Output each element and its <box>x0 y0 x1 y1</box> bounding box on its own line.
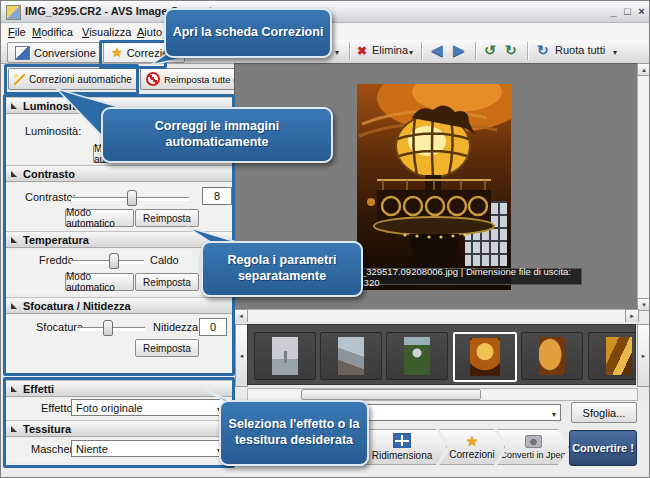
collapse-icon <box>11 426 17 432</box>
section-sfocatura-body: Sfocatura Nitidezza 0 Reimposta <box>3 315 232 373</box>
toolbar-separator <box>475 42 477 60</box>
section-contrasto-header[interactable]: Contrasto <box>3 165 232 182</box>
temperatura-auto-button[interactable]: Modo automatico <box>65 273 134 291</box>
app-window: IMG_3295.CR2 - AVS Image Converter _ □ ×… <box>0 0 650 478</box>
section-luminosita-title: Luminosità <box>23 100 82 112</box>
thumbnail-3[interactable] <box>386 332 448 380</box>
maschera-value: Niente <box>76 443 108 455</box>
collapse-icon <box>11 237 17 243</box>
thumbnail-4-selected[interactable] <box>453 332 517 382</box>
collapse-icon <box>11 386 17 392</box>
step-converti-label: Converti in Jpeg <box>500 450 565 460</box>
collapse-icon <box>11 171 17 177</box>
ruota-tutti-button[interactable]: Ruota tutti <box>555 44 605 56</box>
camera-icon <box>525 435 542 448</box>
section-tessitura-header[interactable]: Tessitura <box>3 420 232 437</box>
scroll-left-icon[interactable]: ◂ <box>234 309 248 323</box>
elimina-button[interactable]: Elimina <box>372 44 408 56</box>
section-effetti-body: Effetto: Foto originale ▾ <box>3 398 232 420</box>
thumbnail-strip <box>247 324 636 385</box>
rotate-right-icon[interactable]: ↻ <box>505 43 517 57</box>
toolbar-separator <box>527 42 529 60</box>
temperatura-slider[interactable] <box>71 260 144 264</box>
contrasto-value-field[interactable]: 8 <box>202 187 232 205</box>
effetto-select[interactable]: Foto originale ▾ <box>71 399 226 416</box>
delete-icon[interactable]: ✖ <box>357 44 367 58</box>
collapse-icon <box>11 303 17 309</box>
thumbnail-3-photo <box>404 337 430 375</box>
menu-visualizza[interactable]: Visualizza <box>79 25 134 39</box>
thumbnail-2-photo <box>338 337 364 375</box>
temperatura-slider-handle[interactable] <box>109 253 119 269</box>
thumbnail-5-photo <box>539 337 565 375</box>
rotate-left-icon[interactable]: ↺ <box>484 43 496 57</box>
next-image-button[interactable]: ▶ <box>453 43 465 57</box>
menu-modifica[interactable]: Modifica <box>29 25 76 39</box>
thumbnail-5[interactable] <box>521 332 583 380</box>
app-icon <box>6 5 21 20</box>
effetto-value: Foto originale <box>76 402 143 414</box>
section-temperatura-body: Freddo Caldo Modo automatico Reimposta <box>3 249 232 295</box>
section-effetti-header[interactable]: Effetti <box>3 380 232 397</box>
preview-hscrollbar[interactable] <box>234 309 639 323</box>
sfoglia-button[interactable]: Sfoglia... <box>571 402 637 423</box>
callout-auto-correct: Correggi le immagini automaticamente <box>101 107 333 163</box>
step-converti-jpeg[interactable]: Converti in Jpeg <box>497 429 569 465</box>
rotate-all-icon[interactable]: ↻ <box>537 43 549 57</box>
previous-image-button[interactable]: ◀ <box>431 43 443 57</box>
magic-wand-icon <box>14 74 25 85</box>
contrasto-reset-button[interactable]: Reimposta <box>135 209 199 227</box>
thumbnail-6[interactable] <box>588 332 636 380</box>
tab-conversione[interactable]: Conversione <box>7 42 104 63</box>
section-tessitura-title: Tessitura <box>23 423 71 435</box>
thumbnail-6-photo <box>606 337 632 375</box>
step-ridimensiona[interactable]: Ridimensiona <box>357 429 447 465</box>
correzioni-automatiche-button[interactable]: Correzioni automatiche <box>8 68 138 90</box>
menu-file[interactable]: File <box>5 25 29 39</box>
sfocatura-reset-button[interactable]: Reimposta <box>135 339 199 357</box>
thumbnail-2[interactable] <box>320 332 382 380</box>
toolbar-separator <box>421 42 423 60</box>
temperatura-reset-button[interactable]: Reimposta <box>135 273 199 291</box>
step-correzioni-label: Correzioni <box>449 449 495 460</box>
close-button[interactable]: × <box>635 6 648 18</box>
correzioni-automatiche-label: Correzioni automatiche <box>29 74 132 85</box>
block-icon <box>146 72 160 86</box>
preview-vscrollbar[interactable] <box>637 63 650 311</box>
minimize-button[interactable]: _ <box>607 6 620 18</box>
step-correzioni[interactable]: ★ Correzioni <box>439 429 505 465</box>
callout-adjust-params: Regola i parametri separatamente <box>201 241 363 297</box>
step-ridimensiona-label: Ridimensiona <box>372 450 433 461</box>
nitidezza-label: Nitidezza <box>153 321 198 333</box>
contrasto-auto-button[interactable]: Modo automatico <box>65 209 134 227</box>
luminosita-label: Luminosità: <box>25 125 81 137</box>
contrasto-slider-handle[interactable] <box>127 190 137 206</box>
scroll-up-icon[interactable]: ▴ <box>637 63 650 76</box>
resize-icon <box>393 433 411 448</box>
thumbs-scroll-right-icon[interactable]: ▸ <box>637 324 650 387</box>
scroll-right-icon[interactable]: ▸ <box>625 309 639 323</box>
section-effetti-title: Effetti <box>23 383 54 395</box>
thumbnail-1-photo <box>272 337 298 375</box>
section-contrasto-body: Contrasto: 8 Modo automatico Reimposta <box>3 183 232 231</box>
thumbs-scrollbar-thumb[interactable] <box>301 389 481 400</box>
maschera-select[interactable]: Niente ▾ <box>71 440 226 457</box>
nitidezza-value-field[interactable]: 0 <box>199 318 227 336</box>
preview-image <box>357 84 511 290</box>
toolbar-separator <box>349 42 351 60</box>
sfocatura-slider-handle[interactable] <box>103 320 113 336</box>
section-sfocatura-title: Sfocatura / Nitidezza <box>23 300 131 312</box>
conversion-icon <box>15 46 30 60</box>
chevron-down-icon[interactable]: ▾ <box>335 48 339 57</box>
tab-conversione-label: Conversione <box>34 47 96 59</box>
convertire-button[interactable]: Convertire ! <box>569 430 637 466</box>
section-temperatura-header[interactable]: Temperatura <box>3 231 232 248</box>
menu-aiuto[interactable]: Aiuto <box>134 25 165 39</box>
callout-select-effect: Seleziona l'effetto o la tessitura desid… <box>219 400 369 466</box>
elimina-chevron-icon[interactable]: ▾ <box>409 48 413 57</box>
thumbnail-1[interactable] <box>254 332 316 380</box>
section-sfocatura-header[interactable]: Sfocatura / Nitidezza <box>3 297 232 314</box>
maximize-button[interactable]: □ <box>621 6 634 18</box>
star-icon: ★ <box>111 47 123 59</box>
ruota-tutti-chevron-icon[interactable]: ▾ <box>613 48 617 57</box>
